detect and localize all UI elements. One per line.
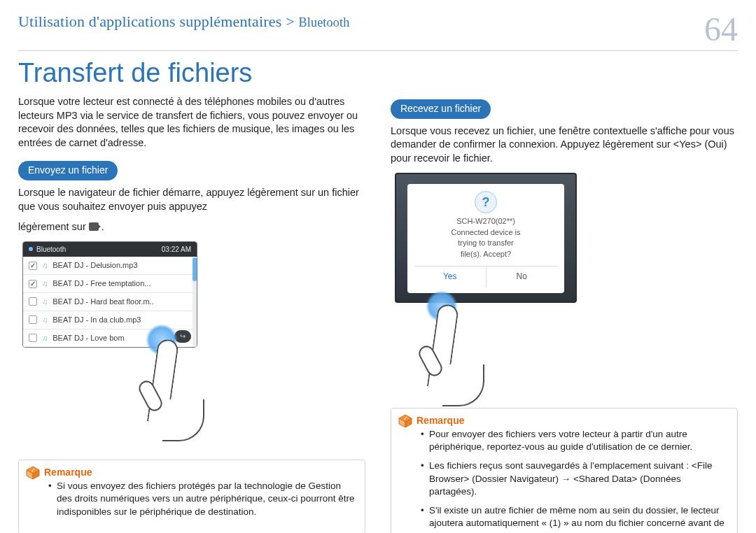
note-list: Pour envoyer des fichiers vers votre lec…: [421, 428, 727, 533]
note-header: ✓ Remarque: [398, 414, 464, 428]
receive-instruction: Lorsque vous recevez un fichier, une fen…: [391, 125, 738, 166]
note-cube-icon: ✓: [26, 466, 40, 480]
breadcrumb-sep: >: [282, 13, 299, 30]
file-row[interactable]: ♫BEAT DJ - Free temptation...: [23, 275, 197, 293]
hand-illustration: [395, 311, 577, 395]
file-row[interactable]: ♫BEAT DJ - Delusion.mp3: [23, 257, 197, 275]
dialog-msg-line: Connected device is: [414, 227, 557, 239]
send-instruction-1: Lorsque le navigateur de fichier démarre…: [18, 186, 365, 213]
device-bar-time: 03:22 AM: [162, 245, 191, 255]
file-name: BEAT DJ - Free temptation...: [52, 278, 150, 289]
checkbox-icon[interactable]: [29, 280, 37, 288]
music-note-icon: ♫: [42, 333, 48, 343]
bluetooth-dot-icon: [29, 247, 33, 251]
file-name: BEAT DJ - Love bom: [52, 333, 124, 343]
page: Utilisation d'applications supplémentair…: [0, 0, 756, 533]
scrollbar-thumb[interactable]: [192, 257, 197, 281]
note-box-left: ✓ Remarque Si vous envoyez des fichiers …: [18, 460, 365, 533]
intro-text: Lorsque votre lecteur est connecté à des…: [18, 95, 365, 150]
no-button[interactable]: No: [486, 266, 558, 287]
note-item: Les fichiers reçus sont sauvegardés à l'…: [421, 460, 727, 499]
note-item: Pour envoyer des fichiers vers votre lec…: [421, 428, 727, 454]
breadcrumb: Utilisation d'applications supplémentair…: [18, 13, 349, 31]
send-instruction-2-suffix: .: [102, 221, 104, 232]
checkbox-icon[interactable]: [29, 262, 37, 270]
device-bar-label: Bluetooth: [36, 246, 66, 253]
file-name: BEAT DJ - Delusion.mp3: [52, 260, 137, 271]
dialog-device-line: SCH-W270(02**): [414, 216, 557, 227]
send-instruction-2: légèrement sur .: [18, 220, 365, 234]
device-status-bar: Bluetooth 03:22 AM: [23, 242, 197, 257]
music-note-icon: ♫: [42, 260, 48, 271]
content-columns: Lorsque votre lecteur est connecté à des…: [18, 95, 738, 533]
send-file-heading: Envoyez un fichier: [18, 161, 118, 180]
note-item: Si vous envoyez des fichiers protégés pa…: [48, 480, 355, 519]
question-icon: ?: [475, 191, 497, 213]
breadcrumb-main: Utilisation d'applications supplémentair…: [18, 13, 282, 30]
music-note-icon: ♫: [42, 278, 48, 289]
hand-icon: [433, 304, 454, 388]
page-title: Transfert de fichiers: [18, 58, 738, 88]
dialog-msg-line: file(s). Accept?: [414, 249, 557, 260]
svg-text:✓: ✓: [403, 415, 408, 422]
page-number: 64: [704, 13, 738, 46]
music-note-icon: ♫: [42, 315, 48, 325]
dialog-buttons: Yes No: [414, 266, 557, 287]
note-item: S'il existe un autre fichier de même nom…: [421, 504, 727, 533]
breadcrumb-sub: Bluetooth: [299, 15, 350, 29]
note-label: Remarque: [44, 466, 92, 479]
dialog-msg-line: trying to transfer: [414, 238, 557, 249]
send-icon: [89, 222, 99, 231]
checkbox-icon[interactable]: [29, 334, 37, 342]
checkbox-icon[interactable]: [29, 297, 37, 306]
device-screenshot-receive: ? SCH-W270(02**) Connected device is try…: [395, 173, 577, 303]
svg-text:✓: ✓: [31, 467, 36, 474]
left-column: Lorsque votre lecteur est connecté à des…: [18, 95, 365, 533]
receive-dialog: ? SCH-W270(02**) Connected device is try…: [407, 184, 564, 293]
hand-illustration: [22, 349, 197, 447]
file-row[interactable]: ♫BEAT DJ - Hard beat floor.m..: [23, 293, 197, 311]
send-instruction-2-prefix: légèrement sur: [18, 221, 89, 232]
file-name: BEAT DJ - In da club.mp3: [52, 315, 141, 325]
yes-button[interactable]: Yes: [414, 266, 486, 287]
note-label: Remarque: [416, 414, 464, 427]
receive-file-heading: Recevez un fichier: [391, 99, 491, 119]
hand-icon: [153, 339, 174, 423]
note-box-right: ✓ Remarque Pour envoyer des fichiers ver…: [391, 408, 738, 533]
checkbox-icon[interactable]: [29, 315, 37, 324]
file-name: BEAT DJ - Hard beat floor.m..: [52, 297, 153, 307]
note-header: ✓ Remarque: [26, 466, 92, 480]
right-column: Recevez un fichier Lorsque vous recevez …: [391, 95, 738, 533]
music-note-icon: ♫: [42, 297, 48, 307]
note-cube-icon: ✓: [398, 414, 412, 428]
page-header: Utilisation d'applications supplémentair…: [18, 13, 738, 51]
